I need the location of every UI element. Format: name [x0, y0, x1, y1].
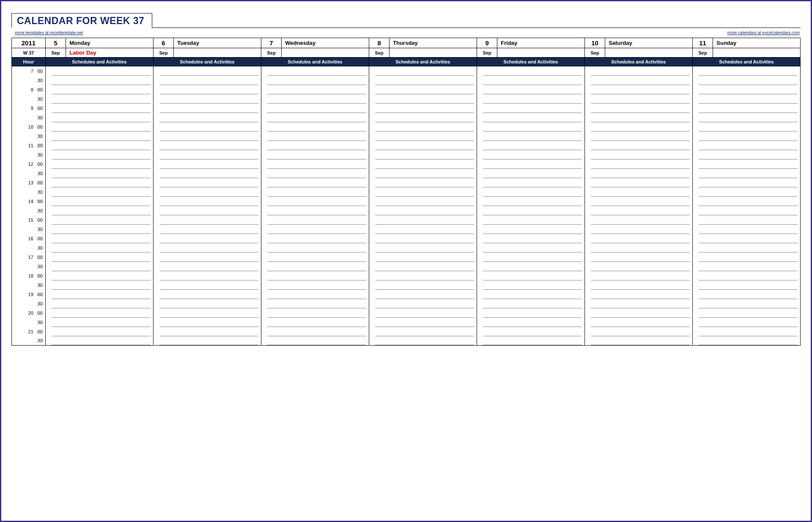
schedule-cell[interactable]	[584, 234, 692, 243]
schedule-cell[interactable]	[477, 243, 584, 253]
schedule-cell[interactable]	[153, 327, 261, 336]
schedule-cell[interactable]	[477, 141, 584, 150]
schedule-cell[interactable]	[692, 336, 800, 346]
schedule-cell[interactable]	[153, 169, 261, 178]
schedule-cell[interactable]	[584, 197, 692, 206]
schedule-cell[interactable]	[584, 150, 692, 159]
schedule-cell[interactable]	[153, 150, 261, 159]
schedule-cell[interactable]	[45, 234, 153, 243]
schedule-cell[interactable]	[45, 308, 153, 318]
schedule-cell[interactable]	[584, 299, 692, 308]
schedule-cell[interactable]	[45, 178, 153, 187]
schedule-cell[interactable]	[369, 206, 477, 215]
schedule-cell[interactable]	[261, 290, 369, 299]
schedule-cell[interactable]	[261, 169, 369, 178]
schedule-cell[interactable]	[369, 141, 477, 150]
schedule-cell[interactable]	[692, 327, 800, 336]
schedule-cell[interactable]	[692, 85, 800, 94]
schedule-cell[interactable]	[261, 234, 369, 243]
schedule-cell[interactable]	[477, 225, 584, 234]
schedule-cell[interactable]	[153, 104, 261, 113]
schedule-cell[interactable]	[692, 243, 800, 253]
schedule-cell[interactable]	[692, 253, 800, 262]
schedule-cell[interactable]	[45, 327, 153, 336]
schedule-cell[interactable]	[261, 336, 369, 346]
schedule-cell[interactable]	[692, 150, 800, 159]
schedule-cell[interactable]	[45, 85, 153, 94]
schedule-cell[interactable]	[153, 225, 261, 234]
schedule-cell[interactable]	[45, 206, 153, 215]
schedule-cell[interactable]	[45, 141, 153, 150]
schedule-cell[interactable]	[584, 262, 692, 271]
schedule-cell[interactable]	[45, 280, 153, 290]
schedule-cell[interactable]	[369, 308, 477, 318]
schedule-cell[interactable]	[369, 225, 477, 234]
schedule-cell[interactable]	[261, 104, 369, 113]
schedule-cell[interactable]	[584, 178, 692, 187]
schedule-cell[interactable]	[369, 253, 477, 262]
schedule-cell[interactable]	[477, 280, 584, 290]
schedule-cell[interactable]	[369, 94, 477, 104]
schedule-cell[interactable]	[477, 290, 584, 299]
schedule-cell[interactable]	[153, 197, 261, 206]
schedule-cell[interactable]	[692, 290, 800, 299]
schedule-cell[interactable]	[153, 85, 261, 94]
schedule-cell[interactable]	[153, 94, 261, 104]
schedule-cell[interactable]	[477, 234, 584, 243]
schedule-cell[interactable]	[153, 271, 261, 280]
schedule-cell[interactable]	[692, 197, 800, 206]
schedule-cell[interactable]	[477, 113, 584, 122]
schedule-cell[interactable]	[45, 132, 153, 141]
schedule-cell[interactable]	[692, 132, 800, 141]
schedule-cell[interactable]	[477, 104, 584, 113]
schedule-cell[interactable]	[45, 318, 153, 327]
schedule-cell[interactable]	[45, 104, 153, 113]
schedule-cell[interactable]	[692, 225, 800, 234]
schedule-cell[interactable]	[261, 318, 369, 327]
schedule-cell[interactable]	[369, 66, 477, 76]
schedule-cell[interactable]	[692, 104, 800, 113]
schedule-cell[interactable]	[153, 66, 261, 76]
schedule-cell[interactable]	[153, 253, 261, 262]
schedule-cell[interactable]	[477, 150, 584, 159]
schedule-cell[interactable]	[45, 299, 153, 308]
schedule-cell[interactable]	[261, 122, 369, 132]
schedule-cell[interactable]	[261, 141, 369, 150]
schedule-cell[interactable]	[261, 85, 369, 94]
schedule-cell[interactable]	[477, 327, 584, 336]
schedule-cell[interactable]	[692, 94, 800, 104]
schedule-cell[interactable]	[261, 66, 369, 76]
schedule-cell[interactable]	[692, 66, 800, 76]
schedule-cell[interactable]	[692, 113, 800, 122]
schedule-cell[interactable]	[584, 159, 692, 169]
schedule-cell[interactable]	[369, 187, 477, 197]
schedule-cell[interactable]	[369, 318, 477, 327]
schedule-cell[interactable]	[45, 94, 153, 104]
schedule-cell[interactable]	[45, 122, 153, 132]
schedule-cell[interactable]	[153, 113, 261, 122]
schedule-cell[interactable]	[584, 169, 692, 178]
schedule-cell[interactable]	[584, 225, 692, 234]
schedule-cell[interactable]	[369, 150, 477, 159]
schedule-cell[interactable]	[477, 299, 584, 308]
schedule-cell[interactable]	[584, 187, 692, 197]
schedule-cell[interactable]	[584, 253, 692, 262]
schedule-cell[interactable]	[153, 234, 261, 243]
schedule-cell[interactable]	[153, 243, 261, 253]
schedule-cell[interactable]	[261, 253, 369, 262]
schedule-cell[interactable]	[153, 262, 261, 271]
schedule-cell[interactable]	[692, 299, 800, 308]
schedule-cell[interactable]	[369, 243, 477, 253]
schedule-cell[interactable]	[477, 253, 584, 262]
schedule-cell[interactable]	[261, 262, 369, 271]
schedule-cell[interactable]	[584, 66, 692, 76]
schedule-cell[interactable]	[692, 271, 800, 280]
schedule-cell[interactable]	[261, 225, 369, 234]
schedule-cell[interactable]	[584, 206, 692, 215]
schedule-cell[interactable]	[584, 94, 692, 104]
schedule-cell[interactable]	[477, 215, 584, 225]
schedule-cell[interactable]	[153, 290, 261, 299]
schedule-cell[interactable]	[45, 290, 153, 299]
schedule-cell[interactable]	[369, 132, 477, 141]
schedule-cell[interactable]	[369, 113, 477, 122]
